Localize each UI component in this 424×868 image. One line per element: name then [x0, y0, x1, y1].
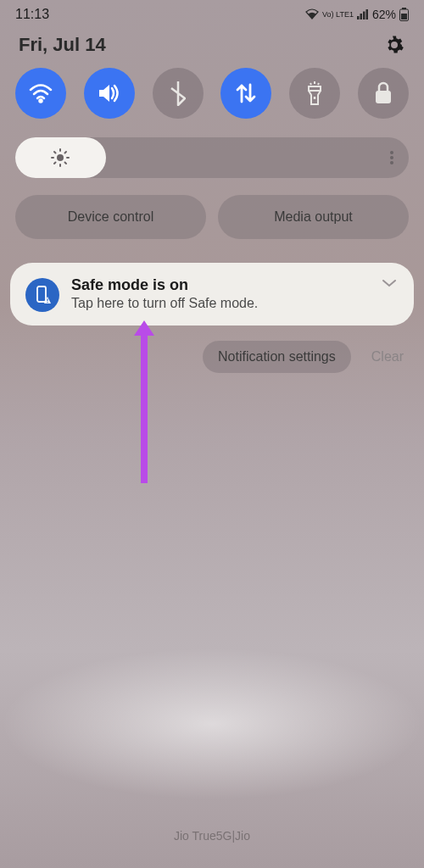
qs-bluetooth[interactable] [153, 68, 204, 119]
lock-icon [374, 81, 393, 105]
svg-line-20 [65, 163, 67, 164]
settings-button[interactable] [383, 34, 405, 56]
svg-line-21 [54, 163, 56, 164]
qs-rotation-lock[interactable] [358, 68, 409, 119]
brightness-fill [15, 137, 106, 178]
phone-warning-icon [33, 286, 52, 304]
svg-point-25 [47, 302, 47, 303]
qs-wifi[interactable] [15, 68, 66, 119]
svg-rect-8 [309, 86, 321, 91]
device-control-button[interactable]: Device control [15, 195, 206, 239]
svg-line-12 [318, 83, 319, 85]
sun-icon [51, 148, 70, 167]
wallpaper-glow [0, 648, 424, 800]
gear-icon [384, 35, 404, 55]
status-bar: 11:13 Vo) LTE1 62% [0, 0, 424, 25]
svg-line-10 [310, 83, 311, 85]
wifi-icon [28, 83, 53, 103]
qs-mobile-data[interactable] [220, 68, 271, 119]
expand-chevron[interactable] [382, 276, 397, 292]
svg-rect-2 [363, 12, 365, 20]
svg-rect-23 [37, 287, 46, 302]
svg-rect-0 [357, 16, 360, 19]
svg-rect-13 [376, 91, 391, 103]
notification-settings-label: Notification settings [218, 349, 336, 364]
data-arrows-icon [235, 81, 257, 105]
clear-button[interactable]: Clear [371, 349, 404, 364]
svg-line-22 [65, 152, 67, 153]
notification-app-icon [25, 278, 59, 312]
date-text: Fri, Jul 14 [19, 34, 106, 56]
flashlight-icon [306, 81, 323, 106]
svg-rect-1 [360, 14, 362, 19]
notification-settings-button[interactable]: Notification settings [203, 341, 351, 373]
panel-header: Fri, Jul 14 [0, 25, 424, 68]
brightness-menu-button[interactable] [390, 151, 393, 164]
status-time: 11:13 [15, 7, 49, 22]
clear-label: Clear [371, 349, 404, 364]
notification-title: Safe mode is on [71, 276, 399, 294]
svg-line-19 [54, 152, 56, 153]
sound-icon [98, 82, 121, 104]
svg-rect-6 [401, 14, 407, 19]
media-output-label: Media output [274, 209, 353, 225]
status-indicators: Vo) LTE1 62% [305, 8, 409, 21]
signal-icon [357, 9, 369, 19]
notification-safe-mode[interactable]: Safe mode is on Tap here to turn off Saf… [10, 263, 414, 326]
quick-settings-row [0, 68, 424, 119]
footer-actions: Notification settings Clear [0, 326, 424, 373]
volte-label: Vo) LTE1 [322, 11, 354, 19]
brightness-slider[interactable] [15, 137, 409, 178]
svg-point-7 [40, 100, 42, 103]
chevron-down-icon [382, 278, 397, 288]
bluetooth-icon [170, 81, 186, 106]
device-control-label: Device control [68, 209, 153, 225]
control-pills: Device control Media output [0, 178, 424, 239]
notification-body: Safe mode is on Tap here to turn off Saf… [71, 276, 399, 311]
wifi-status-icon [305, 8, 319, 20]
qs-flashlight[interactable] [289, 68, 340, 119]
svg-point-14 [57, 154, 64, 161]
battery-icon [399, 8, 409, 21]
svg-rect-3 [365, 9, 368, 19]
media-output-button[interactable]: Media output [218, 195, 409, 239]
carrier-label: Jio True5G|Jio [0, 829, 424, 843]
qs-sound[interactable] [84, 68, 135, 119]
notification-subtitle: Tap here to turn off Safe mode. [71, 296, 399, 311]
battery-pct: 62% [372, 8, 396, 21]
